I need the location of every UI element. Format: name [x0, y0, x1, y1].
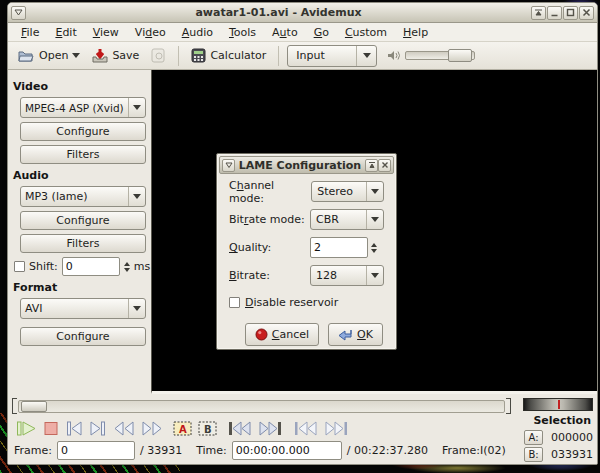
bitrate-arrow[interactable]	[366, 266, 383, 285]
menu-auto[interactable]: Auto	[265, 24, 305, 41]
bitrate-combo[interactable]: 128	[310, 265, 384, 286]
disable-reservoir-checkbox[interactable]	[229, 297, 240, 308]
spin-up-icon[interactable]	[124, 262, 130, 266]
menu-custom[interactable]: Custom	[338, 24, 394, 41]
next-keyframe-button[interactable]	[258, 420, 283, 437]
bitrate-mode-arrow[interactable]	[366, 210, 383, 229]
volume-slider-handle[interactable]	[448, 49, 472, 62]
quality-spinner[interactable]	[371, 243, 377, 253]
spin-down-icon[interactable]	[371, 249, 377, 253]
time-input[interactable]	[232, 441, 342, 460]
quality-spinbox[interactable]	[310, 237, 384, 258]
seek-focus-bracket	[506, 398, 511, 414]
audio-section-label: Audio	[13, 169, 151, 182]
audio-filters-label: Filters	[67, 237, 100, 250]
menu-audio[interactable]: Audio	[175, 24, 220, 41]
channel-mode-arrow[interactable]	[366, 182, 383, 201]
menu-tools[interactable]: Tools	[222, 24, 263, 41]
previous-frame-button[interactable]	[65, 420, 83, 437]
shift-input[interactable]	[62, 257, 120, 276]
maximize-button[interactable]	[563, 6, 578, 20]
goto-selection-end-button[interactable]	[324, 420, 349, 437]
avidemux-window: awatar1-01.avi - Avidemux File Edit View…	[7, 2, 598, 465]
time-total: / 00:22:37.280	[347, 444, 428, 457]
close-icon	[582, 8, 591, 17]
preview-icon	[151, 48, 166, 63]
menu-file[interactable]: File	[14, 24, 46, 41]
menu-help[interactable]: Help	[396, 24, 435, 41]
video-configure-button[interactable]: Configure	[20, 122, 146, 141]
audio-codec-combo[interactable]: MP3 (lame)	[20, 186, 146, 207]
shuttle-control[interactable]	[523, 398, 593, 411]
dialog-window-menu-button[interactable]	[222, 159, 235, 172]
menu-edit[interactable]: Edit	[48, 24, 83, 41]
chevron-down-icon	[371, 189, 379, 194]
quality-label: Quality:	[229, 241, 271, 254]
selection-a-row: A: 000000	[524, 430, 593, 445]
calculator-icon	[191, 48, 206, 63]
marker-b-icon: B	[198, 420, 217, 437]
dialog-shade-button[interactable]	[365, 159, 378, 172]
toolbar-separator	[178, 46, 179, 66]
channel-mode-label: Channel mode:	[229, 179, 311, 205]
menu-video[interactable]: Video	[128, 24, 173, 41]
menu-go[interactable]: Go	[307, 24, 336, 41]
video-filters-button[interactable]: Filters	[20, 145, 146, 164]
quality-input[interactable]	[310, 237, 368, 258]
set-marker-b-button[interactable]: B	[198, 420, 217, 437]
toolbar-separator	[278, 46, 279, 66]
previous-keyframe-button[interactable]	[227, 420, 252, 437]
channel-mode-combo[interactable]: Stereo	[311, 181, 384, 202]
open-button[interactable]: Open	[14, 47, 84, 65]
bottom-panel: A B	[8, 394, 597, 464]
shift-checkbox[interactable]	[14, 261, 25, 272]
dialog-titlebar[interactable]: LAME Configuration	[219, 156, 394, 174]
shade-button[interactable]	[531, 6, 546, 20]
goto-selection-start-button[interactable]	[293, 420, 318, 437]
calculator-button[interactable]: Calculator	[187, 46, 270, 65]
format-combo[interactable]: AVI	[20, 298, 146, 319]
save-button[interactable]: Save	[88, 46, 143, 65]
play-button[interactable]	[16, 420, 37, 437]
set-marker-a-button[interactable]: A	[173, 420, 192, 437]
backward-button[interactable]	[113, 420, 135, 437]
channel-mode-value: Stereo	[312, 182, 366, 201]
bitrate-mode-combo[interactable]: CBR	[310, 209, 384, 230]
input-selector-arrow[interactable]	[356, 46, 376, 66]
frame-total: / 33931	[140, 444, 182, 457]
dialog-close-button[interactable]	[378, 159, 391, 172]
video-codec-arrow[interactable]	[128, 98, 145, 117]
format-configure-button[interactable]: Configure	[20, 327, 146, 346]
minimize-button[interactable]	[547, 6, 562, 20]
video-codec-combo[interactable]: MPEG-4 ASP (Xvid)	[20, 97, 146, 118]
titlebar[interactable]: awatar1-01.avi - Avidemux	[8, 3, 597, 23]
forward-button[interactable]	[141, 420, 163, 437]
volume-slider[interactable]	[405, 51, 475, 60]
shift-spinner[interactable]	[124, 262, 130, 272]
close-button[interactable]	[579, 6, 594, 20]
menu-view[interactable]: View	[86, 24, 126, 41]
ok-button[interactable]: OK	[328, 323, 383, 346]
seek-slider-handle[interactable]	[21, 401, 47, 412]
frame-input[interactable]	[57, 441, 135, 460]
spin-down-icon[interactable]	[124, 268, 130, 272]
window-menu-button[interactable]	[11, 6, 26, 20]
open-dropdown-arrow-icon[interactable]	[72, 53, 80, 58]
audio-configure-button[interactable]: Configure	[20, 211, 146, 230]
seek-row	[10, 396, 513, 416]
svg-text:B: B	[204, 423, 212, 434]
audio-filters-button[interactable]: Filters	[20, 234, 146, 253]
playback-controls: A B	[10, 416, 513, 440]
spin-up-icon[interactable]	[371, 243, 377, 247]
seek-focus-bracket	[12, 398, 17, 414]
goto-end-icon	[324, 420, 349, 437]
audio-codec-arrow[interactable]	[128, 187, 145, 206]
input-selector[interactable]: Input	[287, 45, 377, 67]
next-frame-button[interactable]	[89, 420, 107, 437]
cancel-button[interactable]: Cancel	[245, 323, 319, 346]
shift-label: Shift:	[29, 260, 58, 273]
format-arrow[interactable]	[128, 299, 145, 318]
bitrate-label: Bitrate:	[229, 269, 270, 282]
stop-button[interactable]	[43, 420, 59, 437]
seek-slider[interactable]	[18, 400, 505, 413]
